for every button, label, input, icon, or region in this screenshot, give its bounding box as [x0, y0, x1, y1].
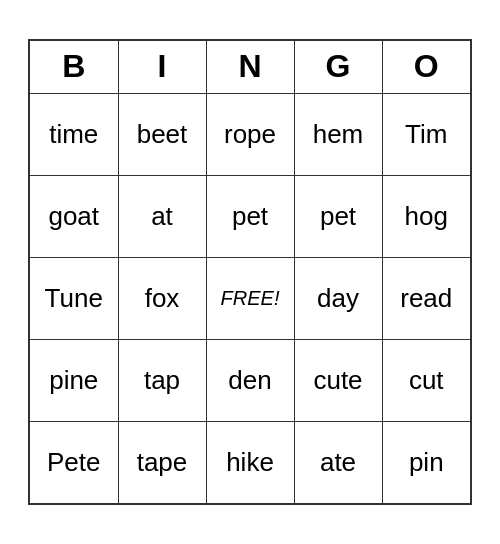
header-cell-i: I	[118, 41, 206, 93]
bingo-cell-4-2: hike	[206, 421, 294, 503]
bingo-cell-1-3: pet	[294, 175, 382, 257]
header-row: BINGO	[30, 41, 470, 93]
bingo-cell-4-0: Pete	[30, 421, 118, 503]
header-cell-o: O	[382, 41, 470, 93]
header-cell-n: N	[206, 41, 294, 93]
bingo-cell-4-3: ate	[294, 421, 382, 503]
bingo-cell-2-1: fox	[118, 257, 206, 339]
bingo-cell-3-4: cut	[382, 339, 470, 421]
bingo-row-1: goatatpetpethog	[30, 175, 470, 257]
bingo-cell-1-2: pet	[206, 175, 294, 257]
bingo-cell-2-3: day	[294, 257, 382, 339]
bingo-cell-1-4: hog	[382, 175, 470, 257]
bingo-row-0: timebeetropehemTim	[30, 93, 470, 175]
bingo-cell-3-0: pine	[30, 339, 118, 421]
bingo-cell-3-3: cute	[294, 339, 382, 421]
bingo-cell-0-3: hem	[294, 93, 382, 175]
bingo-cell-2-0: Tune	[30, 257, 118, 339]
bingo-cell-3-1: tap	[118, 339, 206, 421]
header-cell-g: G	[294, 41, 382, 93]
bingo-cell-3-2: den	[206, 339, 294, 421]
bingo-cell-4-1: tape	[118, 421, 206, 503]
bingo-cell-0-1: beet	[118, 93, 206, 175]
bingo-cell-2-2: FREE!	[206, 257, 294, 339]
bingo-cell-0-2: rope	[206, 93, 294, 175]
bingo-row-3: pinetapdencutecut	[30, 339, 470, 421]
bingo-cell-4-4: pin	[382, 421, 470, 503]
bingo-card: BINGO timebeetropehemTimgoatatpetpethogT…	[28, 39, 472, 505]
bingo-cell-1-1: at	[118, 175, 206, 257]
bingo-table: BINGO timebeetropehemTimgoatatpetpethogT…	[30, 41, 470, 503]
bingo-cell-0-4: Tim	[382, 93, 470, 175]
bingo-cell-1-0: goat	[30, 175, 118, 257]
bingo-row-2: TunefoxFREE!dayread	[30, 257, 470, 339]
header-cell-b: B	[30, 41, 118, 93]
bingo-row-4: Petetapehikeatepin	[30, 421, 470, 503]
bingo-cell-2-4: read	[382, 257, 470, 339]
bingo-cell-0-0: time	[30, 93, 118, 175]
